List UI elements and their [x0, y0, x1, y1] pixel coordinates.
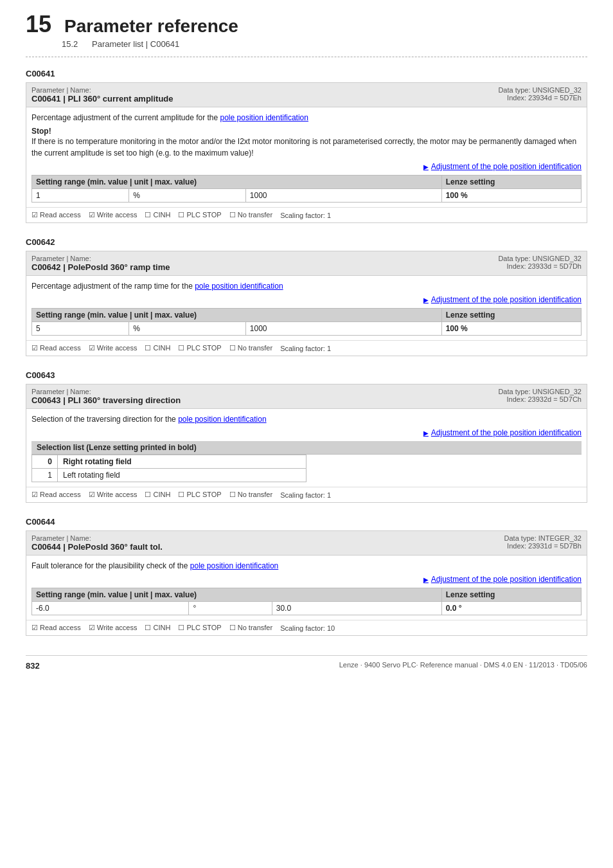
access-label: ☐ No transfer: [229, 344, 272, 352]
setting-range-header: Setting range (min. value | unit | max. …: [32, 309, 442, 322]
lenze-value: 0.0 °: [441, 602, 581, 615]
access-item-cinh: ☐ CINH: [145, 211, 170, 219]
param-desc-link-C00641[interactable]: pole position identification: [220, 113, 308, 122]
access-label: ☑ Read access: [31, 491, 81, 499]
adjustment-link-C00641[interactable]: Adjustment of the pole position identifi…: [31, 162, 582, 171]
param-body-C00642: Percentage adjustment of the ramp time f…: [26, 276, 587, 340]
param-data-type-C00643: Data type: UNSIGNED_32Index: 23932d = 5D…: [498, 388, 582, 403]
setting-unit: %: [129, 189, 246, 203]
selection-list-header-C00643: Selection list (Lenze setting printed in…: [31, 441, 582, 455]
header-divider: [26, 57, 587, 57]
access-item-no-transfer: ☐ No transfer: [229, 491, 272, 499]
footer-brand: Lenze · 9400 Servo PLC· Reference manual…: [339, 661, 587, 671]
param-data-type-C00644: Data type: INTEGER_32Index: 23931d = 5D7…: [504, 534, 582, 550]
adjustment-link-C00642[interactable]: Adjustment of the pole position identifi…: [31, 295, 582, 304]
sub-section-number: 15.2: [62, 39, 78, 49]
param-body-C00644: Fault tolerance for the plausibility che…: [26, 556, 587, 620]
setting-table-C00641: Setting range (min. value | unit | max. …: [31, 175, 582, 203]
selection-table-C00643: 0Right rotating field1Left rotating fiel…: [31, 455, 306, 482]
param-header-C00644: Parameter | Name:C00644 | PolePosId 360°…: [26, 531, 587, 556]
param-warning-C00641: Stop!: [31, 127, 582, 136]
access-item-write-access: ☑ Write access: [89, 491, 138, 499]
setting-table-C00644: Setting range (min. value | unit | max. …: [31, 588, 582, 615]
footer-page-number: 832: [26, 661, 40, 671]
param-data-type-C00641: Data type: UNSIGNED_32Index: 23934d = 5D…: [498, 86, 582, 102]
setting-max: 30.0: [272, 602, 441, 615]
setting-range-header: Setting range (min. value | unit | max. …: [32, 176, 442, 189]
param-desc-C00641: Percentage adjustment of the current amp…: [31, 112, 582, 123]
param-name-C00642: C00642 | PolePosId 360° ramp time: [31, 262, 170, 272]
page-title: Parameter reference: [64, 16, 238, 37]
access-label: ☑ Write access: [89, 344, 138, 352]
param-name-C00644: C00644 | PolePosId 360° fault tol.: [31, 542, 163, 552]
section-id-C00642: C00642: [26, 237, 587, 247]
setting-unit: %: [129, 322, 246, 336]
setting-range-header: Setting range (min. value | unit | max. …: [32, 588, 442, 602]
setting-max: 1000: [245, 322, 441, 336]
lenze-setting-header: Lenze setting: [441, 588, 581, 602]
param-label-C00642: Parameter | Name:: [31, 255, 170, 262]
access-item-read-access: ☑ Read access: [31, 491, 81, 499]
access-label: ☑ Read access: [31, 211, 81, 219]
param-name-C00643: C00643 | PLI 360° traversing direction: [31, 395, 181, 405]
setting-max: 1000: [245, 189, 441, 203]
selection-value: 1: [32, 469, 58, 482]
param-block-C00641: Parameter | Name:C00641 | PLI 360° curre…: [26, 82, 587, 223]
access-label: ☐ PLC STOP: [178, 624, 221, 632]
list-item: 0Right rotating field: [32, 455, 306, 469]
scaling-factor-C00641: Scaling factor: 1: [280, 212, 331, 219]
lenze-value: 100 %: [441, 322, 581, 336]
footer-bar: 832 Lenze · 9400 Servo PLC· Reference ma…: [26, 655, 587, 671]
adjustment-link-C00643[interactable]: Adjustment of the pole position identifi…: [31, 428, 582, 437]
param-label-C00644: Parameter | Name:: [31, 534, 163, 542]
access-row-C00643: ☑ Read access☑ Write access☐ CINH☐ PLC S…: [26, 487, 587, 502]
sections-container: C00641Parameter | Name:C00641 | PLI 360°…: [26, 69, 587, 636]
sub-section-label: Parameter list | C00641: [92, 39, 179, 49]
access-label: ☐ No transfer: [229, 624, 272, 632]
param-block-C00642: Parameter | Name:C00642 | PolePosId 360°…: [26, 251, 587, 356]
access-item-cinh: ☐ CINH: [145, 491, 170, 499]
access-label: ☐ CINH: [145, 491, 170, 499]
access-item-plc-stop: ☐ PLC STOP: [178, 491, 221, 499]
table-row: -6.0°30.00.0 °: [32, 602, 582, 615]
access-item-write-access: ☑ Write access: [89, 624, 138, 632]
access-item-write-access: ☑ Write access: [89, 211, 138, 219]
access-item-read-access: ☑ Read access: [31, 211, 81, 219]
param-block-C00643: Parameter | Name:C00643 | PLI 360° trave…: [26, 384, 587, 503]
section-id-C00641: C00641: [26, 69, 587, 78]
param-desc-link-C00644[interactable]: pole position identification: [190, 561, 278, 570]
access-label: ☐ No transfer: [229, 491, 272, 499]
access-label: ☐ PLC STOP: [178, 491, 221, 499]
scaling-factor-C00642: Scaling factor: 1: [280, 345, 331, 352]
access-row-C00641: ☑ Read access☑ Write access☐ CINH☐ PLC S…: [26, 207, 587, 222]
access-label: ☑ Read access: [31, 624, 81, 632]
param-desc-link-C00643[interactable]: pole position identification: [178, 415, 266, 424]
access-label: ☑ Write access: [89, 491, 138, 499]
table-row: 1%1000100 %: [32, 189, 582, 203]
adjustment-link-C00644[interactable]: Adjustment of the pole position identifi…: [31, 575, 582, 584]
access-item-read-access: ☑ Read access: [31, 344, 81, 352]
param-desc-C00642: Percentage adjustment of the ramp time f…: [31, 280, 582, 292]
setting-min: -6.0: [32, 602, 189, 615]
param-label-C00643: Parameter | Name:: [31, 388, 181, 395]
param-desc-C00643: Selection of the traversing direction fo…: [31, 413, 582, 425]
scaling-factor-C00643: Scaling factor: 1: [280, 491, 331, 499]
param-desc-link-C00642[interactable]: pole position identification: [195, 282, 283, 291]
access-label: ☐ CINH: [145, 211, 170, 219]
access-item-cinh: ☐ CINH: [145, 344, 170, 352]
section-id-C00643: C00643: [26, 370, 587, 380]
scaling-factor-C00644: Scaling factor: 10: [280, 624, 335, 632]
selection-value: 0: [32, 455, 58, 469]
access-label: ☐ CINH: [145, 344, 170, 352]
page-number: 15: [26, 13, 51, 36]
selection-label: Left rotating field: [58, 469, 306, 482]
param-header-C00643: Parameter | Name:C00643 | PLI 360° trave…: [26, 384, 587, 409]
section-id-C00644: C00644: [26, 517, 587, 527]
setting-min: 1: [32, 189, 129, 203]
access-label: ☑ Write access: [89, 211, 138, 219]
access-label: ☑ Read access: [31, 344, 81, 352]
selection-label: Right rotating field: [58, 455, 306, 469]
lenze-value: 100 %: [441, 189, 581, 203]
access-row-C00644: ☑ Read access☑ Write access☐ CINH☐ PLC S…: [26, 620, 587, 635]
page-header: 15 Parameter reference 15.2 Parameter li…: [26, 13, 587, 49]
